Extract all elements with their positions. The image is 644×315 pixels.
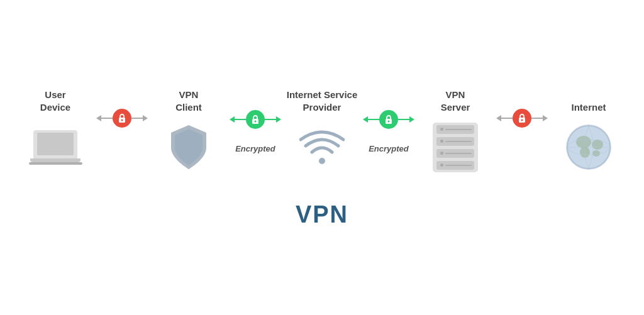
right-arrow-green-icon	[276, 116, 281, 123]
left-arrow2-icon	[496, 115, 501, 121]
user-device-label: UserDevice	[40, 87, 70, 113]
shield-icon	[164, 122, 214, 172]
connector-2: Encrypted	[230, 110, 281, 155]
arrows-1	[96, 109, 148, 128]
node-vpn-client: VPNClient	[148, 87, 230, 190]
arrows-3	[363, 110, 414, 129]
svg-point-4	[319, 158, 325, 164]
globe-icon	[564, 122, 614, 172]
arrows-4	[496, 109, 548, 128]
vpn-diagram: UserDevice VPNClient	[14, 87, 630, 190]
vpn-title: VPN	[296, 201, 348, 228]
lock-red-icon-2	[513, 109, 531, 128]
laptop-icon	[30, 122, 80, 172]
connector-1	[96, 109, 148, 157]
arrows-2	[230, 110, 281, 129]
connector-3: Encrypted	[363, 110, 414, 155]
vpn-server-label: VPNServer	[441, 87, 470, 113]
lock-green-icon-1	[246, 110, 265, 129]
node-vpn-server: VPNServer	[414, 87, 496, 190]
svg-point-3	[255, 121, 257, 123]
svg-point-8	[521, 119, 523, 121]
left-arrow-green2-icon	[363, 116, 368, 123]
lock-red-icon-1	[113, 109, 131, 128]
server-icon	[430, 122, 480, 172]
encrypted-label-1: Encrypted	[235, 144, 275, 155]
left-arrow-green-icon	[230, 116, 235, 123]
svg-point-6	[388, 121, 390, 123]
svg-point-13	[592, 150, 600, 157]
node-isp: Internet ServiceProvider	[281, 87, 363, 190]
svg-point-10	[576, 136, 591, 148]
svg-point-1	[121, 119, 123, 121]
isp-label: Internet ServiceProvider	[287, 87, 358, 113]
left-arrow-icon	[96, 115, 101, 121]
lock-green-icon-2	[379, 110, 398, 129]
encrypted-label-2: Encrypted	[369, 144, 409, 155]
right-arrow2-icon	[543, 115, 548, 121]
internet-label: Internet	[571, 87, 606, 113]
connector-4	[496, 109, 548, 157]
vpn-client-label: VPNClient	[175, 87, 202, 113]
wifi-icon	[297, 122, 347, 172]
node-internet: Internet	[548, 87, 630, 190]
right-arrow-green2-icon	[409, 116, 414, 123]
node-user-device: UserDevice	[14, 87, 96, 190]
right-arrow-icon	[143, 115, 148, 121]
